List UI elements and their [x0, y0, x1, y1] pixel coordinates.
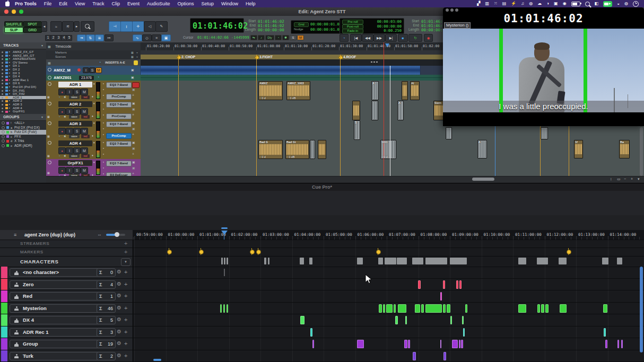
facetime-camera-icon[interactable] [603, 1, 612, 7]
control-center-icon[interactable]: ◧ [595, 0, 599, 7]
video-timecode-top: 01:01:46:02 [443, 12, 644, 25]
zoom-arrows-icon[interactable]: ↔ [97, 232, 102, 237]
video-minimize-button[interactable] [450, 8, 454, 12]
characters-header-row: CHARACTERS + [0, 256, 644, 267]
clock-icon[interactable] [633, 1, 639, 7]
session-name: agent Zero (dup) (dup) [24, 232, 75, 237]
menu-options[interactable]: Options [177, 1, 194, 6]
streamer-bar-right [584, 29, 587, 112]
video-bottom-strip [443, 112, 644, 126]
list-icon[interactable]: ≡ [14, 232, 16, 237]
add-streamer-button[interactable]: + [124, 240, 127, 246]
user-icon[interactable]: ◍ [624, 0, 628, 7]
menu-pro-tools[interactable]: Pro Tools [15, 1, 37, 6]
streamers-row: STREAMERS + [0, 240, 644, 248]
energy-icon[interactable]: ⚡ [511, 0, 516, 7]
add-marker-button[interactable]: + [124, 249, 127, 255]
columns-icon[interactable]: ▥ [485, 0, 489, 7]
cuepro-toolbar: Pro Tools 25.6.0d263 Connection establis… [0, 191, 644, 216]
cloud-icon[interactable]: ☁ [537, 0, 542, 7]
window-layout-icon[interactable]: ▞ [477, 0, 480, 7]
menu-edit[interactable]: Edit [59, 1, 67, 6]
zoom-slider-knob[interactable] [115, 232, 119, 237]
safari-icon[interactable]: ◑ [546, 0, 549, 7]
globe-icon[interactable]: ◍ [529, 0, 533, 7]
streamers-label: STREAMERS [20, 241, 49, 246]
screen: { "menubar": { "items": ["Pro Tools","Fi… [0, 0, 644, 362]
menu-window[interactable]: Window [221, 1, 238, 6]
video-window[interactable]: 01:01:46:02 Mysterion () 0011 I was a li… [443, 7, 644, 126]
menu-audiosuite[interactable]: AudioSuite [147, 1, 170, 6]
music-icon[interactable]: ♫ [521, 0, 524, 7]
video-speaker-label: Mysterion () [444, 22, 471, 29]
menu-setup[interactable]: Setup [202, 1, 214, 6]
macos-menubar: Pro ToolsFileEditViewTrackClipEventAudio… [0, 0, 644, 7]
siri-icon[interactable]: ◒ [617, 0, 620, 7]
streamer-bar-left [499, 29, 503, 112]
menu-view[interactable]: View [75, 1, 85, 6]
menu-file[interactable]: File [44, 1, 52, 6]
search-icon[interactable] [585, 2, 590, 6]
menu-clip[interactable]: Clip [111, 1, 120, 6]
cuepro-titlebar[interactable]: Cue Pro* [0, 183, 644, 191]
cuepro-guide-toolbar: Audio Guide Track ▲▼ + ✂ ▼ # R# [0, 215, 644, 231]
actor-hair [534, 42, 550, 50]
menu-items: Pro ToolsFileEditViewTrackClipEventAudio… [15, 1, 263, 6]
characters-label: CHARACTERS [20, 259, 59, 264]
cue-timeline-header: ≡ agent Zero (dup) (dup) ↔ [0, 230, 133, 240]
battery-icon[interactable] [571, 2, 580, 6]
shield-icon[interactable]: ▣ [554, 0, 558, 7]
mouse-cursor [365, 274, 372, 287]
menu-track[interactable]: Track [92, 1, 104, 6]
cue-ruler[interactable] [133, 230, 644, 240]
sidebar-icon[interactable]: ▤ [502, 0, 507, 7]
markers-row: MARKERS + [0, 248, 644, 257]
subtitle-text: I was a little preoccupied. [443, 102, 644, 111]
video-close-button[interactable] [446, 8, 449, 12]
play-circle-icon[interactable]: ◉ [563, 0, 567, 7]
video-zoom-button[interactable] [455, 8, 458, 12]
playhead-tick [221, 227, 228, 229]
filter-button[interactable]: ▼ [121, 258, 130, 266]
markers-label: MARKERS [20, 250, 43, 254]
menu-help[interactable]: Help [246, 1, 256, 6]
apple-menu-icon[interactable] [5, 2, 10, 6]
video-frame [443, 29, 644, 112]
dots-grid-icon[interactable]: ⁙ [494, 0, 498, 7]
menubar-status-area: ▞▥⁙▤⚡♫◍☁◑▣◉◧◒◍ [477, 0, 644, 7]
menu-event[interactable]: Event [127, 1, 140, 6]
